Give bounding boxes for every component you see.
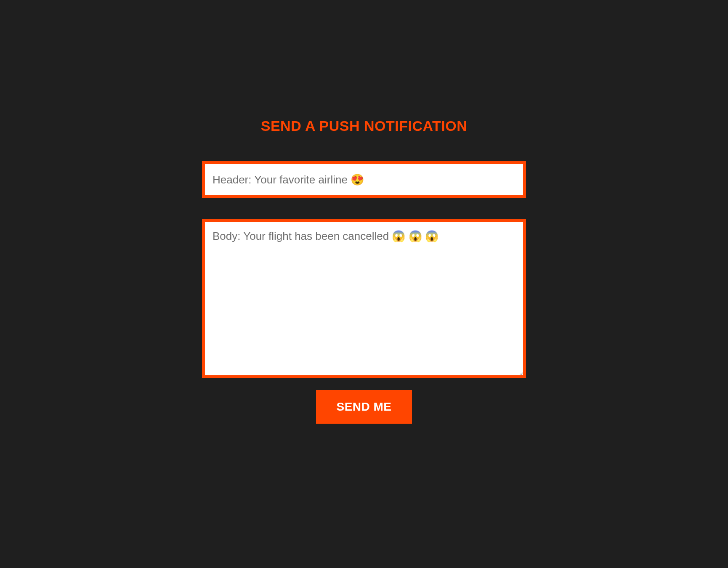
page-title: SEND A PUSH NOTIFICATION	[261, 118, 468, 134]
push-notification-form: SEND A PUSH NOTIFICATION SEND ME	[202, 118, 526, 424]
send-button[interactable]: SEND ME	[316, 390, 412, 424]
header-input[interactable]	[202, 161, 526, 198]
body-textarea[interactable]	[202, 219, 526, 378]
